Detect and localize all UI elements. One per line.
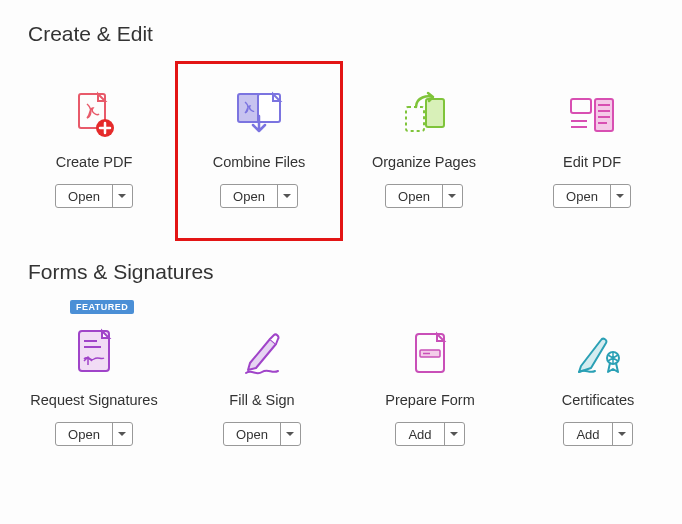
tool-label: Request Signatures bbox=[30, 392, 157, 408]
open-button[interactable]: Open bbox=[223, 422, 301, 446]
open-button[interactable]: Open bbox=[220, 184, 298, 208]
open-button[interactable]: Open bbox=[385, 184, 463, 208]
fill-sign-icon bbox=[236, 320, 288, 386]
button-label: Open bbox=[56, 423, 112, 445]
svg-rect-5 bbox=[406, 107, 424, 131]
button-label: Add bbox=[564, 423, 611, 445]
open-button[interactable]: Open bbox=[55, 184, 133, 208]
button-label: Add bbox=[396, 423, 443, 445]
add-button[interactable]: Add bbox=[395, 422, 464, 446]
tool-card-create-pdf[interactable]: Create PDF Open bbox=[10, 64, 178, 238]
svg-rect-4 bbox=[426, 99, 444, 127]
tool-label: Edit PDF bbox=[563, 154, 621, 170]
tool-label: Certificates bbox=[562, 392, 635, 408]
dropdown-icon[interactable] bbox=[610, 185, 630, 207]
tool-grid-create-edit: Create PDF Open Combine Files Open bbox=[0, 64, 682, 238]
svg-rect-7 bbox=[595, 99, 613, 131]
add-button[interactable]: Add bbox=[563, 422, 632, 446]
certificates-icon bbox=[571, 320, 625, 386]
tool-card-organize-pages[interactable]: Organize Pages Open bbox=[340, 64, 508, 238]
tool-card-edit-pdf[interactable]: Edit PDF Open bbox=[508, 64, 676, 238]
create-pdf-icon bbox=[67, 82, 121, 148]
combine-files-icon bbox=[230, 82, 288, 148]
tool-card-prepare-form[interactable]: Prepare Form Add bbox=[346, 302, 514, 476]
dropdown-icon[interactable] bbox=[612, 423, 632, 445]
dropdown-icon[interactable] bbox=[277, 185, 297, 207]
button-label: Open bbox=[386, 185, 442, 207]
prepare-form-icon bbox=[408, 320, 452, 386]
tool-card-request-signatures[interactable]: FEATURED Request Signatures Open bbox=[10, 302, 178, 476]
section-title-create-edit: Create & Edit bbox=[28, 22, 682, 46]
organize-pages-icon bbox=[396, 82, 452, 148]
dropdown-icon[interactable] bbox=[112, 423, 132, 445]
button-label: Open bbox=[221, 185, 277, 207]
tool-card-fill-sign[interactable]: Fill & Sign Open bbox=[178, 302, 346, 476]
dropdown-icon[interactable] bbox=[112, 185, 132, 207]
request-signatures-icon bbox=[71, 320, 117, 386]
tool-grid-forms-signatures: FEATURED Request Signatures Open bbox=[0, 302, 682, 476]
button-label: Open bbox=[56, 185, 112, 207]
dropdown-icon[interactable] bbox=[280, 423, 300, 445]
tool-label: Combine Files bbox=[213, 154, 306, 170]
tool-label: Organize Pages bbox=[372, 154, 476, 170]
dropdown-icon[interactable] bbox=[442, 185, 462, 207]
svg-rect-6 bbox=[571, 99, 591, 113]
tool-card-certificates[interactable]: Certificates Add bbox=[514, 302, 682, 476]
dropdown-icon[interactable] bbox=[444, 423, 464, 445]
button-label: Open bbox=[554, 185, 610, 207]
featured-badge: FEATURED bbox=[70, 300, 134, 314]
edit-pdf-icon bbox=[567, 82, 617, 148]
section-title-forms-signatures: Forms & Signatures bbox=[28, 260, 682, 284]
tool-label: Prepare Form bbox=[385, 392, 474, 408]
button-label: Open bbox=[224, 423, 280, 445]
open-button[interactable]: Open bbox=[55, 422, 133, 446]
tool-label: Fill & Sign bbox=[229, 392, 294, 408]
open-button[interactable]: Open bbox=[553, 184, 631, 208]
tool-label: Create PDF bbox=[56, 154, 133, 170]
tool-card-combine-files[interactable]: Combine Files Open bbox=[175, 61, 343, 241]
